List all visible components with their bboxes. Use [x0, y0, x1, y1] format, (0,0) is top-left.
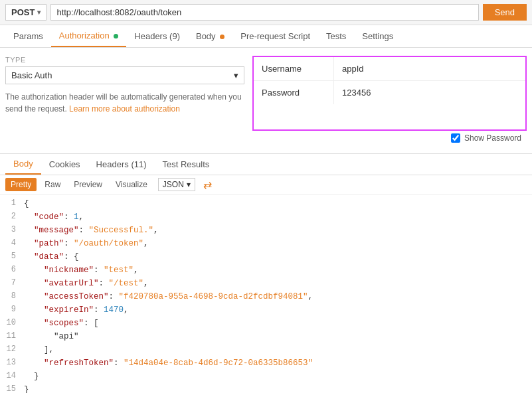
line-number: 9 — [5, 303, 24, 317]
line-number: 14 — [5, 370, 24, 383]
resp-tab-test-results[interactable]: Test Results — [155, 155, 218, 174]
tab-pre-request[interactable]: Pre-request Script — [232, 26, 318, 46]
line-number: 15 — [5, 383, 24, 393]
top-bar: POST ▾ Send — [0, 0, 532, 25]
line-content: "refreshToken": "14d4a04e-8cab-4d6d-9c72… — [24, 356, 527, 370]
line-number: 11 — [5, 330, 24, 343]
auth-left: TYPE Basic Auth ▾ The authorization head… — [5, 56, 244, 145]
password-input[interactable] — [333, 81, 525, 104]
response-section: Body Cookies Headers (11) Test Results P… — [0, 154, 532, 393]
line-content: "scopes": [ — [24, 317, 527, 330]
resp-tab-cookies[interactable]: Cookies — [41, 155, 88, 174]
line-content: "expireIn": 1470, — [24, 303, 527, 317]
line-number: 3 — [5, 224, 24, 237]
line-content: "data": { — [24, 250, 527, 264]
authorization-dot — [114, 34, 118, 39]
tab-authorization[interactable]: Authorization — [51, 25, 127, 47]
json-line: 13 "refreshToken": "14d4a04e-8cab-4d6d-9… — [0, 356, 532, 370]
line-content: "path": "/oauth/token", — [24, 237, 527, 250]
line-content: "accessToken": "f420780a-955a-4698-9cda-… — [24, 290, 527, 303]
line-content: ], — [24, 343, 527, 356]
line-content: "avatarUrl": "/test", — [24, 277, 527, 290]
line-number: 2 — [5, 210, 24, 224]
line-number: 1 — [5, 197, 24, 210]
json-line: 4 "path": "/oauth/token", — [0, 237, 532, 250]
line-content: } — [24, 383, 527, 393]
wrap-icon[interactable]: ⇄ — [203, 179, 212, 191]
json-line: 6 "nickname": "test", — [0, 264, 532, 277]
line-number: 6 — [5, 264, 24, 277]
body-dot — [220, 35, 224, 39]
json-line: 8 "accessToken": "f420780a-955a-4698-9cd… — [0, 290, 532, 303]
password-row: Password — [254, 81, 525, 104]
line-number: 4 — [5, 237, 24, 250]
show-password-row: Show Password — [252, 131, 527, 145]
json-line: 10 "scopes": [ — [0, 317, 532, 330]
line-content: { — [24, 197, 527, 210]
line-number: 13 — [5, 356, 24, 370]
format-bar: Pretty Raw Preview Visualize JSON ▾ ⇄ — [0, 175, 532, 195]
fmt-visualize[interactable]: Visualize — [110, 178, 153, 191]
resp-tab-headers[interactable]: Headers (11) — [88, 155, 155, 174]
line-number: 7 — [5, 277, 24, 290]
line-content: "code": 1, — [24, 210, 527, 224]
line-content: "nickname": "test", — [24, 264, 527, 277]
json-line: 2 "code": 1, — [0, 210, 532, 224]
type-chevron-icon: ▾ — [234, 70, 238, 80]
username-label: Username — [254, 57, 333, 80]
show-password-checkbox[interactable] — [451, 133, 460, 143]
type-label: TYPE — [5, 56, 244, 64]
auth-panel: TYPE Basic Auth ▾ The authorization head… — [0, 48, 532, 154]
json-line: 3 "message": "Successful.", — [0, 224, 532, 237]
auth-learn-more-link[interactable]: Learn more about authorization — [69, 104, 180, 114]
method-chevron-icon: ▾ — [37, 9, 41, 16]
fmt-raw[interactable]: Raw — [39, 178, 66, 191]
json-line: 5 "data": { — [0, 250, 532, 264]
method-select[interactable]: POST ▾ — [5, 4, 46, 21]
url-input[interactable] — [50, 4, 478, 21]
tab-settings[interactable]: Settings — [354, 26, 401, 46]
show-password-label: Show Password — [464, 133, 521, 143]
json-line: 7 "avatarUrl": "/test", — [0, 277, 532, 290]
tab-body[interactable]: Body — [188, 26, 232, 46]
fmt-pretty[interactable]: Pretty — [5, 178, 37, 191]
format-chevron-icon: ▾ — [187, 180, 191, 189]
json-line: 1{ — [0, 197, 532, 210]
json-line: 15} — [0, 383, 532, 393]
response-tabs: Body Cookies Headers (11) Test Results — [0, 154, 532, 175]
method-label: POST — [11, 7, 35, 17]
tab-headers[interactable]: Headers (9) — [126, 26, 188, 46]
tab-params[interactable]: Params — [5, 26, 51, 46]
line-content: } — [24, 370, 527, 383]
format-type-select[interactable]: JSON ▾ — [158, 178, 195, 191]
fmt-preview[interactable]: Preview — [68, 178, 108, 191]
auth-fields: Username Password — [252, 56, 527, 131]
request-tabs: Params Authorization Headers (9) Body Pr… — [0, 25, 532, 48]
username-row: Username — [254, 57, 525, 81]
json-line: 9 "expireIn": 1470, — [0, 303, 532, 317]
type-select[interactable]: Basic Auth ▾ — [5, 66, 244, 84]
line-number: 8 — [5, 290, 24, 303]
send-button[interactable]: Send — [483, 4, 527, 21]
auth-description: The authorization header will be automat… — [5, 91, 244, 115]
password-label: Password — [254, 81, 333, 104]
line-number: 5 — [5, 250, 24, 264]
line-number: 12 — [5, 343, 24, 356]
line-content: "message": "Successful.", — [24, 224, 527, 237]
resp-tab-body[interactable]: Body — [5, 154, 41, 175]
tab-tests[interactable]: Tests — [318, 26, 354, 46]
json-line: 14 } — [0, 370, 532, 383]
json-line: 11 "api" — [0, 330, 532, 343]
line-number: 10 — [5, 317, 24, 330]
json-output: 1{2 "code": 1,3 "message": "Successful."… — [0, 195, 532, 393]
line-content: "api" — [24, 330, 527, 343]
username-input[interactable] — [333, 57, 525, 80]
json-line: 12 ], — [0, 343, 532, 356]
